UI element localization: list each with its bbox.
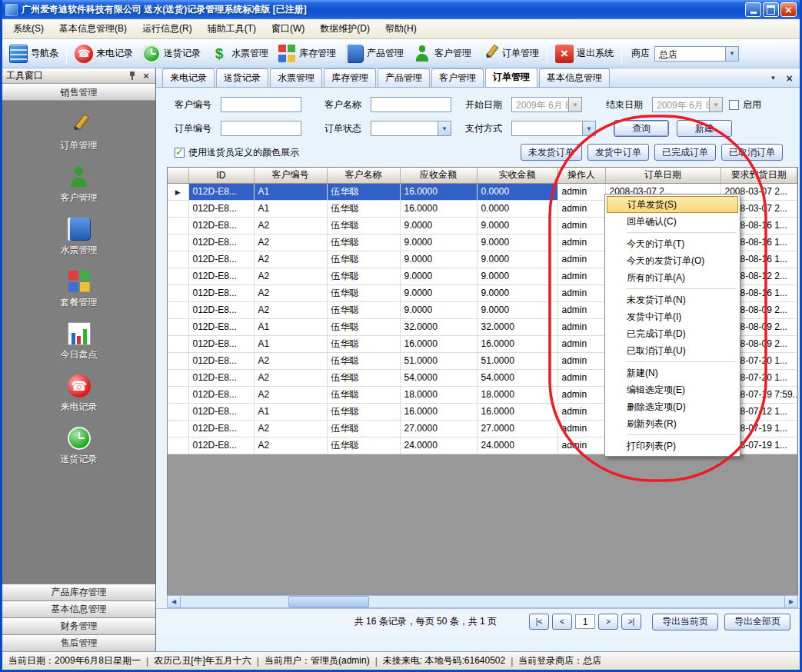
chevron-down-icon[interactable]: [709, 98, 722, 111]
export-current-page-button[interactable]: 导出当前页: [652, 614, 718, 630]
status-filter-button[interactable]: 发货中订单: [587, 144, 649, 161]
toolbar-book-button[interactable]: 产品管理: [341, 42, 408, 65]
export-all-pages-button[interactable]: 导出全部页: [724, 614, 790, 630]
tab[interactable]: 送货记录: [216, 68, 268, 87]
order-status-select[interactable]: [371, 121, 451, 136]
row-selector[interactable]: [168, 234, 188, 251]
context-menu-item[interactable]: 新建(N): [607, 364, 738, 381]
sidebar-item-clock[interactable]: 送货记录: [61, 427, 98, 466]
menu-item[interactable]: 基本信息管理(B): [52, 19, 135, 38]
tab[interactable]: 库存管理: [324, 68, 376, 87]
sidebar-group-bar[interactable]: 财务管理: [2, 617, 155, 634]
column-header[interactable]: 实收金额: [477, 168, 557, 183]
next-page-button[interactable]: >: [598, 614, 618, 630]
prev-page-button[interactable]: <: [552, 614, 572, 630]
row-selector[interactable]: [168, 386, 188, 403]
close-button[interactable]: [780, 2, 797, 17]
toolbar-clock-button[interactable]: 送货记录: [138, 42, 205, 65]
minimize-button[interactable]: [745, 2, 761, 17]
tab-close-icon[interactable]: [784, 72, 795, 84]
column-header[interactable]: 订单日期: [605, 168, 720, 183]
sidebar-item-phone[interactable]: 来电记录: [61, 374, 98, 414]
context-menu-item[interactable]: 订单发货(S): [607, 196, 738, 213]
tab[interactable]: 订单管理: [485, 68, 537, 87]
sidebar-item-pen[interactable]: 订单管理: [61, 113, 98, 152]
chevron-down-icon[interactable]: [725, 47, 738, 61]
tab[interactable]: 水票管理: [270, 68, 322, 87]
row-selector[interactable]: [168, 284, 188, 301]
context-menu-item[interactable]: 未发货订单(N): [607, 291, 738, 308]
tab[interactable]: 基本信息管理: [539, 68, 610, 87]
toolbar-nav-button[interactable]: 导航条: [5, 42, 63, 65]
sidebar-group-bar[interactable]: 基本信息管理: [2, 600, 155, 617]
toolbar-grid-button[interactable]: 库存管理: [273, 42, 341, 65]
customer-no-input[interactable]: [221, 97, 301, 112]
scrollbar-thumb[interactable]: [288, 596, 369, 607]
sidebar-item-chart[interactable]: 今日盘点: [61, 322, 98, 361]
maximize-button[interactable]: [763, 2, 779, 17]
sidebar-group-sales[interactable]: 销售管理: [2, 84, 155, 101]
context-menu-item[interactable]: 打印列表(P): [607, 437, 738, 454]
context-menu-item[interactable]: 发货中订单(I): [607, 308, 738, 325]
menu-item[interactable]: 运行信息(R): [135, 19, 200, 38]
column-header[interactable]: 客户编号: [254, 168, 327, 183]
column-header[interactable]: 要求到货日期: [720, 168, 797, 183]
row-selector[interactable]: [168, 251, 188, 268]
menu-item[interactable]: 辅助工具(T): [200, 19, 264, 38]
row-selector[interactable]: [168, 352, 188, 369]
row-selector[interactable]: [168, 369, 188, 386]
scroll-right-icon[interactable]: ▶: [784, 596, 797, 607]
row-selector[interactable]: [168, 301, 188, 318]
row-selector[interactable]: [168, 437, 188, 454]
scroll-left-icon[interactable]: ◀: [168, 596, 181, 607]
row-selector[interactable]: [168, 200, 188, 217]
sidebar-item-book[interactable]: 水票管理: [61, 218, 98, 257]
status-filter-button[interactable]: 已取消订单: [721, 144, 783, 161]
toolbar-pen-button[interactable]: 订单管理: [476, 42, 544, 65]
context-menu-item[interactable]: 编辑选定项(E): [607, 381, 738, 398]
color-display-checkbox[interactable]: [175, 148, 185, 158]
row-selector[interactable]: [168, 420, 188, 437]
status-filter-button[interactable]: 已完成订单: [654, 144, 716, 161]
tab[interactable]: 产品管理: [378, 68, 430, 87]
new-button[interactable]: 新建: [677, 120, 732, 137]
column-header[interactable]: 操作人: [557, 168, 605, 183]
context-menu-item[interactable]: 已取消订单(U): [607, 342, 738, 359]
menu-item[interactable]: 帮助(H): [378, 19, 424, 38]
context-menu-item[interactable]: 今天的发货订单(O): [607, 252, 738, 269]
context-menu-item[interactable]: 今天的订单(T): [607, 235, 738, 252]
page-number-input[interactable]: [575, 614, 595, 629]
sidebar-group-bar[interactable]: 产品库存管理: [2, 584, 155, 600]
toolbar-dollar-button[interactable]: 水票管理: [205, 42, 273, 65]
column-header[interactable]: 应收金额: [400, 168, 477, 183]
column-header[interactable]: ID: [188, 168, 254, 183]
sidebar-item-person[interactable]: 客户管理: [61, 165, 98, 205]
context-menu-item[interactable]: 回单确认(C): [607, 213, 738, 230]
context-menu-item[interactable]: 刷新列表(R): [607, 415, 738, 432]
row-selector[interactable]: [168, 403, 188, 420]
last-page-button[interactable]: >|: [621, 614, 641, 630]
horizontal-scrollbar[interactable]: ◀ ▶: [167, 595, 798, 608]
tab-list-dropdown-icon[interactable]: [767, 72, 779, 84]
menu-item[interactable]: 系统(S): [5, 19, 52, 38]
pin-icon[interactable]: [127, 71, 138, 82]
order-no-input[interactable]: [221, 121, 301, 136]
chevron-down-icon[interactable]: [568, 98, 581, 111]
row-selector[interactable]: [168, 335, 188, 352]
first-page-button[interactable]: |<: [529, 614, 549, 630]
enable-date-checkbox[interactable]: [729, 100, 739, 110]
toolbar-exit-button[interactable]: 退出系统: [551, 42, 618, 65]
menu-item[interactable]: 数据维护(D): [312, 19, 378, 38]
column-header[interactable]: 客户名称: [327, 168, 400, 183]
context-menu-item[interactable]: 删除选定项(D): [607, 398, 738, 415]
start-date-picker[interactable]: 2009年 6月 8日: [511, 97, 582, 112]
tab[interactable]: 来电记录: [162, 68, 215, 87]
row-selector[interactable]: [168, 268, 188, 284]
row-selector[interactable]: [168, 217, 188, 234]
sidebar-group-bar[interactable]: 售后管理: [2, 634, 155, 651]
status-filter-button[interactable]: 未发货订单: [521, 144, 582, 161]
context-menu-item[interactable]: 所有的订单(A): [607, 269, 738, 286]
toolbar-person-button[interactable]: 客户管理: [408, 42, 476, 65]
customer-name-input[interactable]: [371, 97, 451, 112]
menu-item[interactable]: 窗口(W): [264, 19, 312, 38]
